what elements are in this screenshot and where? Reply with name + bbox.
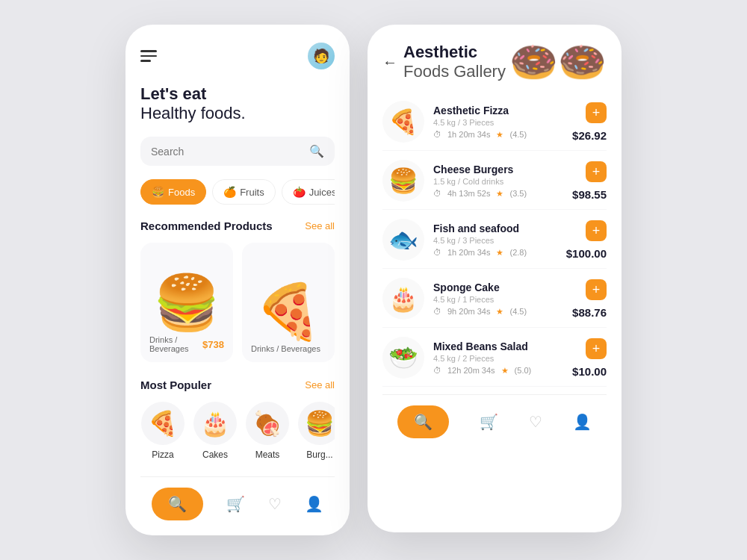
popular-img-2: 🍖 — [246, 402, 289, 445]
food-info-3: Sponge Cake 4.5 kg / 1 Pieces ⏱ 9h 20m 3… — [433, 281, 563, 317]
food-meta-4: 4.5 kg / 2 Pieces — [433, 354, 563, 363]
food-img-3: 🎂 — [382, 278, 424, 320]
food-img-1: 🍔 — [382, 160, 424, 202]
avatar[interactable]: 🧑 — [308, 43, 335, 69]
clock-icon-4: ⏱ — [433, 366, 441, 375]
category-fruits[interactable]: 🍊 Fruits — [212, 179, 276, 205]
food-item-0: 🍕 Aesthetic Fizza 4.5 kg / 3 Pieces ⏱ 1h… — [382, 93, 607, 151]
popular-img-1: 🎂 — [193, 402, 237, 445]
left-phone: 🧑 Let's eat Healthy foods. 🔍 🍔 Foods 🍊 F… — [125, 25, 350, 535]
food-price-1: $98.55 — [572, 188, 607, 201]
popular-item-0[interactable]: 🍕 Pizza — [140, 402, 185, 460]
search-nav-icon: 🔍 — [168, 495, 187, 513]
clock-icon-2: ⏱ — [433, 248, 441, 257]
food-info-2: Fish and seafood 4.5 kg / 3 Pieces ⏱ 1h … — [433, 223, 557, 258]
food-name-0: Aesthetic Fizza — [433, 105, 563, 116]
user-nav-icon: 👤 — [305, 495, 323, 513]
food-name-2: Fish and seafood — [433, 223, 557, 234]
food-time-2: 1h 20m 34s — [447, 248, 490, 257]
add-button-0[interactable]: + — [586, 102, 607, 123]
food-time-4: 12h 20m 34s — [447, 366, 495, 375]
food-info-1: Cheese Burgers 1.5 kg / Cold drinks ⏱ 4h… — [433, 164, 563, 199]
nav-search[interactable]: 🔍 — [152, 488, 203, 520]
juices-emoji: 🍅 — [293, 186, 306, 198]
food-list: 🍕 Aesthetic Fizza 4.5 kg / 3 Pieces ⏱ 1h… — [382, 93, 607, 387]
food-item-2: 🐟 Fish and seafood 4.5 kg / 3 Pieces ⏱ 1… — [382, 211, 607, 269]
heart-nav-icon: ♡ — [268, 495, 282, 513]
recommended-see-all[interactable]: See all — [305, 220, 335, 231]
food-price-4: $10.00 — [572, 365, 607, 378]
food-price-0: $26.92 — [572, 129, 607, 142]
popular-label-2: Meats — [255, 449, 280, 460]
food-item-4: 🥗 Mixed Beans Salad 4.5 kg / 2 Pieces ⏱ … — [382, 329, 607, 387]
rating-star-2: ★ — [496, 248, 503, 258]
rec-card-0-bottom: Drinks / Beverages $738 — [149, 335, 224, 353]
right-phone: ← Aesthetic Foods Gallery 🍩🍩 🍕 Aesthetic… — [368, 25, 622, 532]
search-input[interactable] — [151, 146, 309, 158]
food-details-2: ⏱ 1h 20m 34s ★ (2.8) — [433, 248, 557, 258]
add-button-4[interactable]: + — [586, 338, 607, 359]
food-item-3: 🎂 Sponge Cake 4.5 kg / 1 Pieces ⏱ 9h 20m… — [382, 270, 607, 328]
recommended-header: Recommended Products See all — [140, 220, 335, 232]
food-info-4: Mixed Beans Salad 4.5 kg / 2 Pieces ⏱ 12… — [433, 340, 563, 376]
right-nav-cart[interactable]: 🛒 — [480, 413, 498, 431]
popular-see-all[interactable]: See all — [305, 379, 335, 391]
left-bottom-nav: 🔍 🛒 ♡ 👤 — [140, 476, 335, 535]
right-user-icon: 👤 — [573, 413, 592, 431]
popular-header: Most Populer See all — [140, 379, 335, 391]
food-right-2: + $100.00 — [566, 220, 607, 260]
rec-card-1[interactable]: 🍕 Drinks / Beverages — [242, 243, 335, 362]
right-heart-icon: ♡ — [529, 413, 542, 431]
foods-label: Foods — [168, 187, 195, 198]
rec-card-0-price: $738 — [202, 339, 224, 350]
popular-item-3[interactable]: 🍔 Burg... — [297, 402, 335, 460]
food-time-1: 4h 13m 52s — [447, 189, 490, 198]
popular-img-0: 🍕 — [141, 402, 185, 445]
clock-icon-1: ⏱ — [433, 189, 441, 198]
menu-button[interactable] — [140, 50, 157, 62]
food-name-4: Mixed Beans Salad — [433, 340, 563, 352]
food-img-2: 🐟 — [382, 219, 424, 261]
rec-food-1-emoji: 🍕 — [251, 284, 326, 338]
rec-food-0-emoji: 🍔 — [149, 276, 224, 329]
food-details-0: ⏱ 1h 20m 34s ★ (4.5) — [433, 130, 563, 140]
food-price-2: $100.00 — [566, 247, 607, 260]
food-meta-1: 1.5 kg / Cold drinks — [433, 177, 563, 186]
right-nav-heart[interactable]: ♡ — [529, 413, 542, 431]
nav-cart[interactable]: 🛒 — [226, 495, 245, 513]
add-button-3[interactable]: + — [586, 279, 607, 300]
food-price-3: $88.76 — [572, 306, 607, 319]
food-right-4: + $10.00 — [572, 338, 607, 378]
gallery-title-block: Aesthetic Foods Gallery — [403, 43, 506, 81]
right-nav-search[interactable]: 🔍 — [397, 405, 449, 438]
right-nav-user[interactable]: 👤 — [573, 413, 592, 431]
food-time-3: 9h 20m 34s — [447, 307, 490, 316]
add-button-2[interactable]: + — [586, 220, 607, 241]
rec-card-0-label: Drinks / Beverages — [149, 335, 202, 353]
add-button-1[interactable]: + — [586, 161, 607, 182]
food-meta-2: 4.5 kg / 3 Pieces — [433, 236, 557, 245]
fruits-label: Fruits — [240, 187, 264, 198]
food-right-3: + $88.76 — [572, 279, 607, 319]
popular-img-3: 🍔 — [298, 402, 335, 445]
nav-user[interactable]: 👤 — [305, 495, 323, 513]
search-bar[interactable]: 🔍 — [140, 137, 335, 166]
rec-card-0[interactable]: 🍔 Drinks / Beverages $738 — [140, 243, 233, 362]
food-meta-3: 4.5 kg / 1 Pieces — [433, 295, 563, 304]
rec-card-1-label: Drinks / Beverages — [251, 344, 320, 353]
food-rating-1: (3.5) — [509, 189, 527, 198]
nav-heart[interactable]: ♡ — [268, 495, 282, 513]
categories-bar: 🍔 Foods 🍊 Fruits 🍅 Juices 🥦 Veget. — [140, 179, 335, 205]
search-icon: 🔍 — [309, 144, 324, 158]
back-button[interactable]: ← — [382, 54, 397, 71]
clock-icon-3: ⏱ — [433, 307, 441, 316]
popular-label-1: Cakes — [202, 449, 228, 460]
foods-emoji: 🍔 — [152, 186, 164, 198]
popular-item-1[interactable]: 🎂 Cakes — [193, 402, 238, 460]
category-foods[interactable]: 🍔 Foods — [140, 179, 206, 205]
popular-item-2[interactable]: 🍖 Meats — [245, 402, 290, 460]
food-details-4: ⏱ 12h 20m 34s ★ (5.0) — [433, 366, 563, 376]
left-header: 🧑 — [140, 43, 335, 69]
category-juices[interactable]: 🍅 Juices — [282, 179, 335, 205]
rec-card-1-bottom: Drinks / Beverages — [251, 344, 326, 353]
